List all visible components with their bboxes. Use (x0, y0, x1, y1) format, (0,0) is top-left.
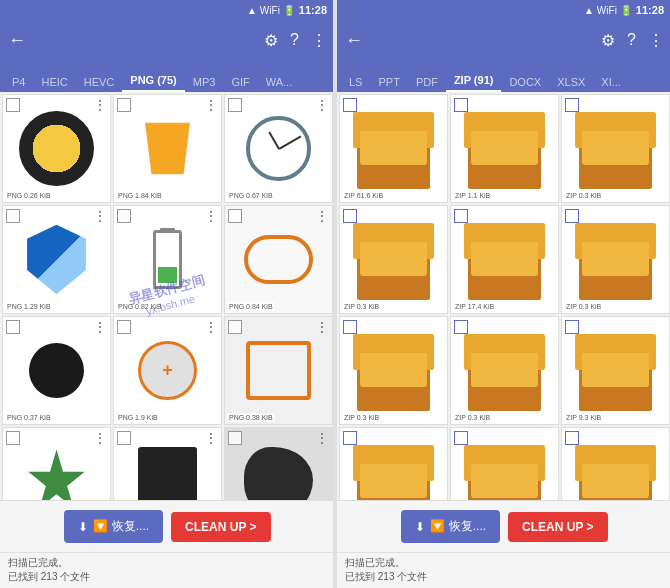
zip-checkbox-4[interactable] (343, 209, 357, 223)
grid-cell-12[interactable]: ⋮ PNG 1.01 KiB (224, 427, 333, 500)
zip-checkbox-9[interactable] (565, 320, 579, 334)
tab-ppt[interactable]: PPT (370, 72, 407, 92)
back-button-left[interactable]: ← (8, 30, 26, 51)
grid-cell-10[interactable]: ⋮ PNG 1.55 KiB (2, 427, 111, 500)
tab-png[interactable]: PNG (75) (122, 70, 184, 92)
settings-icon-left[interactable]: ⚙ (264, 31, 278, 50)
menu-5[interactable]: ⋮ (204, 209, 218, 223)
menu-1[interactable]: ⋮ (93, 98, 107, 112)
zip-label-3: ZIP 0.3 KiB (564, 191, 603, 200)
checkbox-7[interactable] (6, 320, 20, 334)
zip-cell-6[interactable]: ZIP 0.3 KiB (561, 205, 670, 314)
grid-cell-6[interactable]: ⋮ PNG 0.84 KiB (224, 205, 333, 314)
checkbox-4[interactable] (6, 209, 20, 223)
zip-cell-10[interactable]: ZIP 0.3 KiB (339, 427, 448, 500)
checkbox-3[interactable] (228, 98, 242, 112)
cleanup-button-left[interactable]: CLEAN UP > (171, 512, 270, 542)
cleanup-label-right: CLEAN UP > (522, 520, 593, 534)
grid-cell-2[interactable]: ⋮ PNG 1.84 KiB (113, 94, 222, 203)
zip-checkbox-12[interactable] (565, 431, 579, 445)
icon-rect-outline (246, 341, 310, 400)
menu-4[interactable]: ⋮ (93, 209, 107, 223)
menu-3[interactable]: ⋮ (315, 98, 329, 112)
zip-cell-2[interactable]: ZIP 1.1 KiB (450, 94, 559, 203)
zip-checkbox-8[interactable] (454, 320, 468, 334)
restore-button-left[interactable]: ⬇ 🔽 恢复.... (64, 510, 163, 543)
cell-label-8: PNG 1.9 KiB (116, 413, 160, 422)
zip-label-1: ZIP 61.6 KiB (342, 191, 385, 200)
png-image-grid: ⋮ PNG 0.26 KiB ⋮ PNG 1.84 KiB ⋮ (2, 94, 333, 500)
tab-xi[interactable]: XI... (593, 72, 629, 92)
zip-checkbox-7[interactable] (343, 320, 357, 334)
grid-cell-5[interactable]: ⋮ PNG 0.82 KiB (113, 205, 222, 314)
tab-heic[interactable]: HEIC (33, 72, 75, 92)
zip-cell-5[interactable]: ZIP 17.4 KiB (450, 205, 559, 314)
zip-checkbox-2[interactable] (454, 98, 468, 112)
cleanup-button-right[interactable]: CLEAN UP > (508, 512, 607, 542)
checkbox-10[interactable] (6, 431, 20, 445)
menu-11[interactable]: ⋮ (204, 431, 218, 445)
zip-cell-7[interactable]: ZIP 0.3 KiB (339, 316, 448, 425)
menu-2[interactable]: ⋮ (204, 98, 218, 112)
png-grid-area: ⋮ PNG 0.26 KiB ⋮ PNG 1.84 KiB ⋮ (0, 92, 333, 500)
menu-7[interactable]: ⋮ (93, 320, 107, 334)
tab-mp3[interactable]: MP3 (185, 72, 224, 92)
tab-zip[interactable]: ZIP (91) (446, 70, 502, 92)
tab-gif[interactable]: GIF (223, 72, 257, 92)
checkbox-5[interactable] (117, 209, 131, 223)
zip-checkbox-3[interactable] (565, 98, 579, 112)
zip-box-icon-11 (464, 441, 544, 500)
menu-10[interactable]: ⋮ (93, 431, 107, 445)
tab-ls[interactable]: LS (341, 72, 370, 92)
checkbox-8[interactable] (117, 320, 131, 334)
help-icon-right[interactable]: ? (627, 31, 636, 49)
restore-button-right[interactable]: ⬇ 🔽 恢复.... (401, 510, 500, 543)
zip-cell-11[interactable]: ZIP 0.3 KiB (450, 427, 559, 500)
grid-cell-3[interactable]: ⋮ PNG 0.67 KiB (224, 94, 333, 203)
zip-cell-1[interactable]: ZIP 61.6 KiB (339, 94, 448, 203)
zip-checkbox-6[interactable] (565, 209, 579, 223)
grid-cell-9[interactable]: ⋮ PNG 0.38 KiB (224, 316, 333, 425)
menu-12[interactable]: ⋮ (315, 431, 329, 445)
tab-docx[interactable]: DOCX (501, 72, 549, 92)
zip-cell-3[interactable]: ZIP 0.3 KiB (561, 94, 670, 203)
checkbox-1[interactable] (6, 98, 20, 112)
footer-right: 扫描已完成。 已找到 213 个文件 (337, 552, 670, 588)
grid-cell-7[interactable]: ⋮ PNG 0.37 KiB (2, 316, 111, 425)
zip-cell-9[interactable]: ZIP 9.3 KiB (561, 316, 670, 425)
zip-checkbox-5[interactable] (454, 209, 468, 223)
grid-cell-11[interactable]: ⋮ PNG 1.49 KiB (113, 427, 222, 500)
icon-bird (19, 111, 94, 186)
help-icon-left[interactable]: ? (290, 31, 299, 49)
zip-cell-4[interactable]: ZIP 0.3 KiB (339, 205, 448, 314)
tab-hevc[interactable]: HEVC (76, 72, 123, 92)
zip-checkbox-1[interactable] (343, 98, 357, 112)
cell-label-9: PNG 0.38 KiB (227, 413, 275, 422)
menu-8[interactable]: ⋮ (204, 320, 218, 334)
tab-p4[interactable]: P4 (4, 72, 33, 92)
checkbox-2[interactable] (117, 98, 131, 112)
checkbox-6[interactable] (228, 209, 242, 223)
checkbox-11[interactable] (117, 431, 131, 445)
menu-6[interactable]: ⋮ (315, 209, 329, 223)
grid-cell-4[interactable]: ⋮ PNG 1.29 KiB (2, 205, 111, 314)
back-button-right[interactable]: ← (345, 30, 363, 51)
zip-checkbox-11[interactable] (454, 431, 468, 445)
settings-icon-right[interactable]: ⚙ (601, 31, 615, 50)
checkbox-9[interactable] (228, 320, 242, 334)
checkbox-12[interactable] (228, 431, 242, 445)
menu-9[interactable]: ⋮ (315, 320, 329, 334)
more-icon-left[interactable]: ⋮ (311, 31, 327, 50)
icon-rounded-rect (244, 235, 314, 283)
zip-cell-8[interactable]: ZIP 0.3 KiB (450, 316, 559, 425)
more-icon-right[interactable]: ⋮ (648, 31, 664, 50)
grid-cell-8[interactable]: ⋮ + PNG 1.9 KiB (113, 316, 222, 425)
tab-pdf[interactable]: PDF (408, 72, 446, 92)
zip-cell-12[interactable]: ZIP 0.3 KiB (561, 427, 670, 500)
tab-wa[interactable]: WA... (258, 72, 300, 92)
zip-checkbox-10[interactable] (343, 431, 357, 445)
zip-box-icon-6 (575, 219, 655, 299)
zip-box-icon-8 (464, 330, 544, 410)
tab-xlsx[interactable]: XLSX (549, 72, 593, 92)
grid-cell-1[interactable]: ⋮ PNG 0.26 KiB (2, 94, 111, 203)
